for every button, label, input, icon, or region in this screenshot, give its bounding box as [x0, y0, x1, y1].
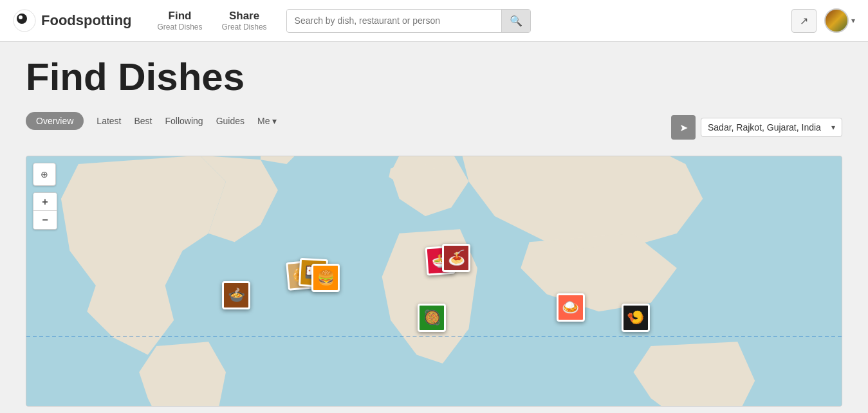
location-bar: ➤ Sadar, Rajkot, Gujarat, India ▾	[671, 115, 842, 140]
filter-guides[interactable]: Guides	[216, 116, 245, 126]
nav-find-label: Find	[158, 10, 203, 23]
search-button[interactable]: 🔍	[501, 10, 530, 32]
map-marker-m6[interactable]: 🥘	[418, 304, 446, 332]
search-input[interactable]	[287, 10, 501, 31]
map-marker-m1[interactable]: 🍲	[222, 281, 250, 309]
logo[interactable]: Foodspotting	[13, 9, 132, 32]
filter-bar: Overview Latest Best Following Guides Me…	[26, 112, 277, 130]
controls-row: Overview Latest Best Following Guides Me…	[26, 112, 842, 143]
svg-point-2	[19, 15, 23, 19]
map-container[interactable]: ⊕ + − 🍲 🥐 🍱 🍔 🍜 🍝	[26, 156, 842, 407]
me-chevron-icon: ▾	[272, 116, 277, 126]
map-arrows-icon: ⊕	[41, 169, 48, 179]
map-navigate-button[interactable]: ⊕	[33, 163, 56, 186]
filter-latest[interactable]: Latest	[97, 116, 121, 126]
zoom-controls: + −	[33, 192, 57, 230]
page-title: Find Dishes	[26, 55, 842, 99]
map-dashed-line	[26, 336, 842, 337]
search-icon: 🔍	[510, 15, 522, 26]
map-marker-m7[interactable]: 🍛	[557, 293, 585, 322]
locate-icon: ➤	[679, 122, 688, 134]
share-icon: ↗	[800, 15, 808, 26]
filter-best[interactable]: Best	[134, 116, 152, 126]
main-header: Foodspotting Find Great Dishes Share Gre…	[0, 0, 868, 42]
world-map-svg	[26, 156, 842, 406]
map-marker-m8[interactable]: 🍤	[622, 304, 650, 332]
filter-overview[interactable]: Overview	[26, 112, 84, 130]
nav-share-label: Share	[222, 10, 267, 23]
locate-me-button[interactable]: ➤	[671, 115, 696, 140]
user-menu[interactable]: ▾	[824, 8, 855, 33]
map-controls: ⊕ + −	[33, 163, 57, 230]
zoom-out-button[interactable]: −	[33, 211, 57, 229]
avatar	[824, 8, 849, 33]
map-marker-m5[interactable]: 🍝	[442, 244, 470, 272]
search-bar: 🔍	[286, 9, 531, 33]
filter-following[interactable]: Following	[165, 116, 203, 126]
logo-icon	[13, 9, 36, 32]
main-nav: Find Great Dishes Share Great Dishes	[158, 10, 267, 32]
nav-find-sub: Great Dishes	[158, 23, 203, 32]
avatar-chevron-icon: ▾	[851, 16, 855, 25]
map-marker-m2c[interactable]: 🍔	[311, 264, 340, 292]
filter-me[interactable]: Me ▾	[257, 116, 277, 126]
logo-text: Foodspotting	[41, 12, 132, 29]
zoom-in-button[interactable]: +	[33, 193, 57, 211]
nav-find[interactable]: Find Great Dishes	[158, 10, 203, 32]
nav-share-sub: Great Dishes	[222, 23, 267, 32]
share-button[interactable]: ↗	[791, 9, 817, 33]
location-text: Sadar, Rajkot, Gujarat, India	[708, 122, 827, 133]
location-chevron-icon: ▾	[831, 123, 835, 132]
header-actions: ↗ ▾	[791, 8, 855, 33]
main-content: Find Dishes Overview Latest Best Followi…	[0, 42, 868, 413]
location-selector[interactable]: Sadar, Rajkot, Gujarat, India ▾	[701, 118, 842, 137]
nav-share[interactable]: Share Great Dishes	[222, 10, 267, 32]
